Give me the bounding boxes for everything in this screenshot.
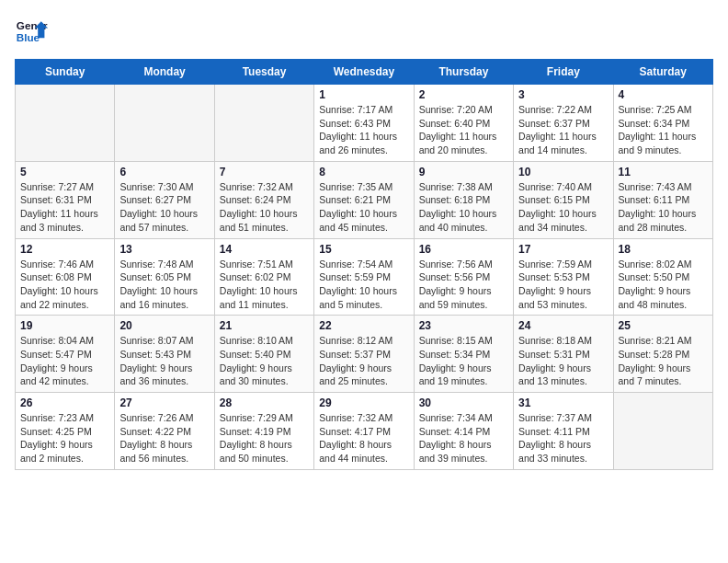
day-detail: Sunrise: 7:26 AM Sunset: 4:22 PM Dayligh…	[119, 411, 209, 465]
day-number: 10	[518, 166, 608, 178]
calendar-day-cell: 14Sunrise: 7:51 AM Sunset: 6:02 PM Dayli…	[214, 238, 313, 316]
calendar-day-cell: 20Sunrise: 8:07 AM Sunset: 5:43 PM Dayli…	[115, 316, 214, 393]
day-number: 26	[20, 396, 109, 409]
calendar-day-cell: 29Sunrise: 7:32 AM Sunset: 4:17 PM Dayli…	[314, 393, 414, 470]
day-number: 9	[419, 166, 508, 178]
calendar-week-row: 12Sunrise: 7:46 AM Sunset: 6:08 PM Dayli…	[16, 238, 713, 316]
calendar-day-cell: 21Sunrise: 8:10 AM Sunset: 5:40 PM Dayli…	[214, 316, 313, 393]
day-detail: Sunrise: 7:38 AM Sunset: 6:18 PM Dayligh…	[419, 180, 508, 235]
day-detail: Sunrise: 7:29 AM Sunset: 4:19 PM Dayligh…	[220, 411, 309, 465]
calendar-day-cell: 9Sunrise: 7:38 AM Sunset: 6:18 PM Daylig…	[414, 161, 513, 238]
calendar-day-cell: 25Sunrise: 8:21 AM Sunset: 5:28 PM Dayli…	[613, 316, 712, 393]
calendar-day-cell	[613, 393, 712, 470]
weekday-header-saturday: Saturday	[613, 60, 712, 85]
calendar-week-row: 19Sunrise: 8:04 AM Sunset: 5:47 PM Dayli…	[16, 316, 713, 393]
day-number: 19	[20, 319, 109, 332]
day-number: 31	[518, 396, 608, 409]
day-detail: Sunrise: 7:46 AM Sunset: 6:08 PM Dayligh…	[20, 258, 109, 312]
day-number: 12	[20, 243, 109, 256]
day-detail: Sunrise: 8:04 AM Sunset: 5:47 PM Dayligh…	[20, 334, 109, 388]
day-number: 29	[319, 396, 408, 409]
calendar-week-row: 26Sunrise: 7:23 AM Sunset: 4:25 PM Dayli…	[16, 393, 713, 470]
calendar-day-cell: 28Sunrise: 7:29 AM Sunset: 4:19 PM Dayli…	[214, 393, 313, 470]
calendar-day-cell: 15Sunrise: 7:54 AM Sunset: 5:59 PM Dayli…	[314, 238, 414, 316]
day-number: 14	[220, 243, 309, 256]
calendar-day-cell	[16, 85, 115, 162]
day-number: 23	[419, 319, 508, 332]
day-detail: Sunrise: 7:54 AM Sunset: 5:59 PM Dayligh…	[319, 258, 408, 312]
calendar-day-cell: 3Sunrise: 7:22 AM Sunset: 6:37 PM Daylig…	[514, 85, 613, 162]
weekday-header-sunday: Sunday	[16, 60, 115, 85]
day-number: 21	[220, 319, 309, 332]
day-detail: Sunrise: 7:40 AM Sunset: 6:15 PM Dayligh…	[518, 180, 608, 235]
calendar-day-cell: 12Sunrise: 7:46 AM Sunset: 6:08 PM Dayli…	[16, 238, 115, 316]
day-number: 4	[619, 88, 708, 101]
calendar-day-cell: 18Sunrise: 8:02 AM Sunset: 5:50 PM Dayli…	[613, 238, 712, 316]
calendar-day-cell: 4Sunrise: 7:25 AM Sunset: 6:34 PM Daylig…	[613, 85, 712, 162]
calendar-day-cell: 26Sunrise: 7:23 AM Sunset: 4:25 PM Dayli…	[16, 393, 115, 470]
day-detail: Sunrise: 7:30 AM Sunset: 6:27 PM Dayligh…	[119, 180, 209, 235]
day-detail: Sunrise: 8:12 AM Sunset: 5:37 PM Dayligh…	[319, 334, 408, 388]
calendar-week-row: 5Sunrise: 7:27 AM Sunset: 6:31 PM Daylig…	[16, 161, 713, 238]
day-number: 24	[518, 319, 608, 332]
calendar-day-cell: 11Sunrise: 7:43 AM Sunset: 6:11 PM Dayli…	[613, 161, 712, 238]
weekday-header-row: SundayMondayTuesdayWednesdayThursdayFrid…	[16, 60, 713, 85]
calendar-day-cell: 31Sunrise: 7:37 AM Sunset: 4:11 PM Dayli…	[514, 393, 613, 470]
day-detail: Sunrise: 7:43 AM Sunset: 6:11 PM Dayligh…	[619, 180, 708, 235]
day-detail: Sunrise: 8:02 AM Sunset: 5:50 PM Dayligh…	[619, 258, 708, 312]
weekday-header-friday: Friday	[514, 60, 613, 85]
calendar-day-cell: 23Sunrise: 8:15 AM Sunset: 5:34 PM Dayli…	[414, 316, 513, 393]
calendar-day-cell: 17Sunrise: 7:59 AM Sunset: 5:53 PM Dayli…	[514, 238, 613, 316]
calendar-day-cell: 8Sunrise: 7:35 AM Sunset: 6:21 PM Daylig…	[314, 161, 414, 238]
calendar-day-cell: 19Sunrise: 8:04 AM Sunset: 5:47 PM Dayli…	[16, 316, 115, 393]
calendar-day-cell	[214, 85, 313, 162]
logo: General Blue	[15, 15, 48, 48]
weekday-header-tuesday: Tuesday	[214, 60, 313, 85]
day-detail: Sunrise: 7:32 AM Sunset: 6:24 PM Dayligh…	[220, 180, 309, 235]
day-detail: Sunrise: 7:35 AM Sunset: 6:21 PM Dayligh…	[319, 180, 408, 235]
day-detail: Sunrise: 7:27 AM Sunset: 6:31 PM Dayligh…	[20, 180, 109, 235]
calendar-day-cell	[115, 85, 214, 162]
day-number: 27	[119, 396, 209, 409]
day-detail: Sunrise: 7:22 AM Sunset: 6:37 PM Dayligh…	[518, 103, 608, 157]
day-detail: Sunrise: 7:20 AM Sunset: 6:40 PM Dayligh…	[419, 103, 508, 157]
day-number: 13	[119, 243, 209, 256]
day-number: 17	[518, 243, 608, 256]
calendar-day-cell: 6Sunrise: 7:30 AM Sunset: 6:27 PM Daylig…	[115, 161, 214, 238]
day-detail: Sunrise: 7:25 AM Sunset: 6:34 PM Dayligh…	[619, 103, 708, 157]
svg-text:Blue: Blue	[17, 31, 40, 43]
day-detail: Sunrise: 7:23 AM Sunset: 4:25 PM Dayligh…	[20, 411, 109, 465]
calendar-day-cell: 13Sunrise: 7:48 AM Sunset: 6:05 PM Dayli…	[115, 238, 214, 316]
day-detail: Sunrise: 7:59 AM Sunset: 5:53 PM Dayligh…	[518, 258, 608, 312]
weekday-header-wednesday: Wednesday	[314, 60, 414, 85]
calendar-day-cell: 24Sunrise: 8:18 AM Sunset: 5:31 PM Dayli…	[514, 316, 613, 393]
day-number: 5	[20, 166, 109, 178]
calendar-day-cell: 1Sunrise: 7:17 AM Sunset: 6:43 PM Daylig…	[314, 85, 414, 162]
weekday-header-thursday: Thursday	[414, 60, 513, 85]
calendar-day-cell: 7Sunrise: 7:32 AM Sunset: 6:24 PM Daylig…	[214, 161, 313, 238]
calendar-day-cell: 10Sunrise: 7:40 AM Sunset: 6:15 PM Dayli…	[514, 161, 613, 238]
day-number: 7	[220, 166, 309, 178]
day-number: 8	[319, 166, 408, 178]
day-detail: Sunrise: 7:56 AM Sunset: 5:56 PM Dayligh…	[419, 258, 508, 312]
day-detail: Sunrise: 7:51 AM Sunset: 6:02 PM Dayligh…	[220, 258, 309, 312]
day-detail: Sunrise: 8:15 AM Sunset: 5:34 PM Dayligh…	[419, 334, 508, 388]
day-detail: Sunrise: 8:18 AM Sunset: 5:31 PM Dayligh…	[518, 334, 608, 388]
day-number: 16	[419, 243, 508, 256]
day-number: 2	[419, 88, 508, 101]
day-detail: Sunrise: 8:07 AM Sunset: 5:43 PM Dayligh…	[119, 334, 209, 388]
calendar-day-cell: 2Sunrise: 7:20 AM Sunset: 6:40 PM Daylig…	[414, 85, 513, 162]
day-detail: Sunrise: 7:48 AM Sunset: 6:05 PM Dayligh…	[119, 258, 209, 312]
day-number: 20	[119, 319, 209, 332]
day-detail: Sunrise: 7:37 AM Sunset: 4:11 PM Dayligh…	[518, 411, 608, 465]
calendar-day-cell: 27Sunrise: 7:26 AM Sunset: 4:22 PM Dayli…	[115, 393, 214, 470]
day-number: 1	[319, 88, 408, 101]
day-number: 22	[319, 319, 408, 332]
logo-icon: General Blue	[15, 15, 48, 48]
calendar-day-cell: 16Sunrise: 7:56 AM Sunset: 5:56 PM Dayli…	[414, 238, 513, 316]
day-detail: Sunrise: 8:10 AM Sunset: 5:40 PM Dayligh…	[220, 334, 309, 388]
day-number: 6	[119, 166, 209, 178]
day-number: 28	[220, 396, 309, 409]
day-number: 11	[619, 166, 708, 178]
day-detail: Sunrise: 7:17 AM Sunset: 6:43 PM Dayligh…	[319, 103, 408, 157]
